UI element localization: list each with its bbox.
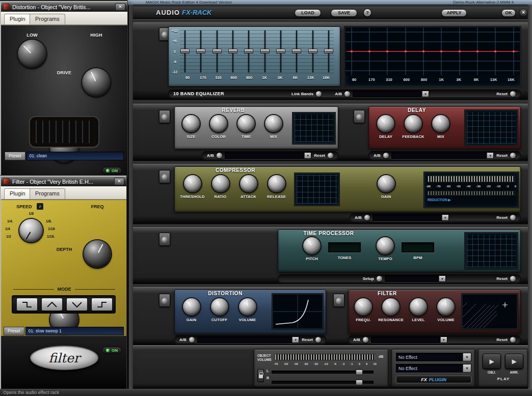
play-arrangement-button[interactable]: ▶ bbox=[505, 354, 523, 369]
ab-knob[interactable] bbox=[189, 337, 195, 343]
help-button[interactable]: ? bbox=[363, 9, 371, 17]
filter-bypass-switch[interactable] bbox=[333, 294, 344, 307]
mode-button-valley[interactable] bbox=[66, 298, 88, 311]
mode-button-square-down[interactable] bbox=[16, 298, 38, 311]
play-object-button[interactable]: ▶ bbox=[483, 354, 501, 369]
release-knob[interactable] bbox=[268, 175, 285, 192]
pitch-knob[interactable] bbox=[303, 237, 321, 254]
fx-plugin-dropdown-1[interactable]: No Effect▼ bbox=[396, 353, 471, 361]
setup-knob[interactable] bbox=[377, 276, 382, 281]
tempo-knob[interactable] bbox=[377, 237, 394, 254]
high-knob[interactable] bbox=[82, 68, 111, 97]
reset-knob[interactable] bbox=[510, 153, 516, 158]
ab-knob[interactable] bbox=[344, 91, 350, 97]
close-icon[interactable]: ✕ bbox=[115, 3, 125, 11]
attack-knob[interactable] bbox=[240, 175, 257, 192]
tab-programs[interactable]: Programs bbox=[30, 14, 65, 24]
eq-band-slider[interactable] bbox=[291, 30, 302, 73]
ab-knob[interactable] bbox=[383, 153, 389, 158]
left-volume-slider[interactable] bbox=[272, 371, 374, 374]
load-button[interactable]: LOAD bbox=[295, 9, 321, 17]
mode-button-triangle[interactable] bbox=[41, 298, 63, 311]
distortion-bypass-switch[interactable] bbox=[159, 294, 170, 307]
compressor-preset-dropdown[interactable]: ▼ bbox=[373, 214, 449, 221]
reset-knob[interactable] bbox=[328, 153, 333, 158]
tab-programs[interactable]: Programs bbox=[30, 188, 65, 199]
level-knob[interactable] bbox=[410, 298, 427, 316]
left-volume-handle[interactable] bbox=[356, 370, 363, 375]
reset-knob[interactable] bbox=[510, 91, 516, 97]
size-knob[interactable] bbox=[182, 115, 200, 132]
low-knob[interactable] bbox=[18, 40, 46, 68]
eq-band-slider[interactable] bbox=[260, 30, 270, 73]
ok-button[interactable]: OK bbox=[501, 9, 516, 17]
freq-knob[interactable] bbox=[84, 240, 111, 268]
eq-band-slider[interactable] bbox=[212, 30, 222, 73]
speed-knob[interactable] bbox=[19, 219, 43, 242]
resonance-knob[interactable] bbox=[382, 298, 400, 316]
eq-band-slider[interactable] bbox=[308, 30, 318, 73]
filter-preset-dropdown[interactable]: ▼ bbox=[371, 336, 447, 343]
eq-band-slider[interactable] bbox=[228, 30, 238, 73]
volume-knob[interactable] bbox=[437, 298, 455, 316]
time-knob[interactable] bbox=[237, 115, 255, 132]
reset-knob[interactable] bbox=[510, 215, 516, 220]
delay-preset-dropdown[interactable]: ▼ bbox=[391, 152, 494, 159]
color-knob[interactable] bbox=[210, 115, 227, 132]
time-processor-bypass-switch[interactable] bbox=[159, 233, 170, 246]
distortion-window-titlebar[interactable]: Distortion - Object "Very Britis... ✕ bbox=[1, 2, 127, 12]
reset-knob[interactable] bbox=[510, 337, 516, 343]
tube-graphic bbox=[29, 116, 99, 148]
preset-value[interactable]: 01: slow sweep 1 bbox=[25, 327, 124, 335]
filter-window-titlebar[interactable]: Filter - Object "Very British E.H... ✕ bbox=[1, 177, 126, 186]
mix-knob[interactable] bbox=[432, 115, 449, 132]
close-icon[interactable]: ✕ bbox=[519, 9, 527, 17]
save-button[interactable]: SAVE bbox=[331, 9, 357, 17]
cutoff-knob[interactable] bbox=[211, 298, 228, 316]
eq-band-slider[interactable] bbox=[196, 30, 206, 73]
compressor-bypass-switch[interactable] bbox=[159, 170, 170, 183]
tab-plugin[interactable]: Plugin bbox=[4, 14, 31, 24]
eq-band-slider[interactable] bbox=[324, 30, 334, 73]
eq-scale: +12+60-6-12 bbox=[170, 29, 179, 74]
ratio-knob[interactable] bbox=[212, 175, 229, 192]
preset-button[interactable]: Preset bbox=[4, 327, 24, 335]
mode-button-square-up[interactable] bbox=[91, 298, 113, 311]
apply-button[interactable]: APPLY bbox=[441, 9, 467, 17]
delay-knob[interactable] bbox=[377, 115, 394, 132]
filter-on-button[interactable]: ON bbox=[102, 347, 122, 354]
ab-knob[interactable] bbox=[364, 215, 370, 220]
link-channels-icon[interactable] bbox=[257, 369, 264, 382]
reverb-bypass-switch[interactable] bbox=[159, 110, 170, 123]
note-icon[interactable]: ♪ bbox=[37, 203, 43, 210]
gain-knob[interactable] bbox=[378, 175, 395, 192]
preset-button[interactable]: Preset bbox=[5, 152, 25, 160]
eq-preset-dropdown[interactable]: ▼ bbox=[353, 91, 429, 97]
ab-knob[interactable] bbox=[217, 153, 222, 158]
frequency-knob[interactable] bbox=[355, 298, 372, 316]
ab-knob[interactable] bbox=[363, 337, 368, 343]
reset-knob[interactable] bbox=[315, 337, 321, 343]
link-bands-knob[interactable] bbox=[316, 91, 322, 97]
distortion-preset-dropdown[interactable]: ▼ bbox=[197, 336, 299, 343]
tab-plugin[interactable]: Plugin bbox=[4, 188, 31, 199]
right-volume-handle[interactable] bbox=[356, 380, 363, 385]
mix-knob[interactable] bbox=[265, 115, 282, 132]
reset-knob[interactable] bbox=[510, 276, 516, 281]
eq-band-slider[interactable] bbox=[244, 30, 254, 73]
eq-band-slider[interactable] bbox=[180, 30, 190, 73]
close-icon[interactable]: ✕ bbox=[114, 178, 124, 185]
gain-knob[interactable] bbox=[183, 298, 200, 316]
volume-knob[interactable] bbox=[239, 298, 256, 316]
time-processor-preset-dropdown[interactable]: ▼ bbox=[385, 275, 446, 282]
threshold-knob[interactable] bbox=[184, 175, 201, 192]
feedback-knob[interactable] bbox=[405, 115, 422, 132]
eq-band-slider[interactable] bbox=[276, 30, 286, 73]
fx-plugin-dropdown-2[interactable]: No Effect▼ bbox=[396, 364, 471, 373]
right-volume-slider[interactable] bbox=[272, 381, 374, 384]
distortion-on-button[interactable]: ON bbox=[102, 167, 122, 175]
delay-bypass-switch[interactable] bbox=[354, 110, 365, 123]
preset-value[interactable]: 01: clean bbox=[26, 152, 124, 160]
cutoff-label: CUTOFF bbox=[211, 318, 227, 322]
reverb-preset-dropdown[interactable]: ▼ bbox=[225, 152, 311, 159]
